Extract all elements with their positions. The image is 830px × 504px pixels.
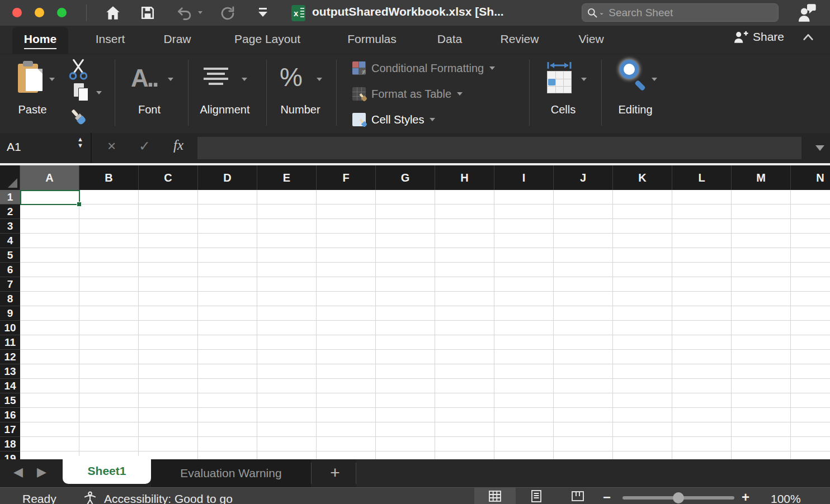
name-box-spinner[interactable]: ▲ ▼ [77,136,83,149]
row-header-5[interactable]: 5 [0,248,20,263]
redo-icon[interactable] [220,6,235,21]
editing-label[interactable]: Editing [607,103,663,116]
zoom-slider[interactable] [622,496,734,500]
column-header-E[interactable]: E [257,165,317,190]
cells-dropdown-caret-icon[interactable] [581,78,587,81]
copy-icon[interactable] [74,83,93,103]
paste-dropdown-caret-icon[interactable] [49,78,55,81]
close-window-button[interactable] [12,8,22,17]
column-header-L[interactable]: L [672,165,732,190]
row-header-2[interactable]: 2 [0,205,20,219]
cancel-icon[interactable]: × [107,137,116,155]
cell-area[interactable] [20,190,830,459]
insert-function-icon[interactable]: fx [173,137,183,153]
share-button[interactable]: Share [734,30,814,44]
paste-label[interactable]: Paste [11,103,54,116]
tab-data[interactable]: Data [427,32,472,46]
enter-icon[interactable]: ✓ [139,138,150,154]
column-header-M[interactable]: M [732,165,791,190]
column-header-B[interactable]: B [79,165,139,190]
zoom-out-button[interactable]: − [603,489,611,504]
tab-page-layout[interactable]: Page Layout [228,32,306,46]
alignment-label[interactable]: Alignment [194,103,256,116]
collapse-ribbon-icon[interactable] [802,32,814,41]
row-header-15[interactable]: 15 [0,393,20,408]
column-header-J[interactable]: J [554,165,613,190]
prev-sheet-icon[interactable]: ◀ [13,465,23,479]
row-header-14[interactable]: 14 [0,379,20,393]
alignment-icon[interactable] [204,68,228,88]
column-header-F[interactable]: F [317,165,376,190]
zoom-in-button[interactable]: + [742,489,749,504]
minimize-window-button[interactable] [35,8,44,17]
row-header-19[interactable]: 19 [0,451,20,459]
row-header-6[interactable]: 6 [0,263,20,277]
row-header-16[interactable]: 16 [0,408,20,422]
save-icon[interactable] [140,6,155,20]
column-header-D[interactable]: D [198,165,257,190]
row-header-9[interactable]: 9 [0,306,20,321]
cut-scissors-icon[interactable] [68,59,88,80]
cell-styles-button[interactable]: Cell Styles [352,111,435,128]
column-header-I[interactable]: I [494,165,554,190]
row-header-10[interactable]: 10 [0,321,20,335]
row-header-13[interactable]: 13 [0,364,20,379]
row-header-12[interactable]: 12 [0,350,20,364]
row-header-18[interactable]: 18 [0,437,20,451]
fill-handle[interactable] [77,202,82,207]
normal-view-button[interactable] [474,488,516,504]
name-box[interactable]: A1 [7,140,21,154]
editing-dropdown-caret-icon[interactable] [652,78,657,81]
tab-draw[interactable]: Draw [157,32,198,46]
number-dropdown-caret-icon[interactable] [317,78,322,81]
cells-icon[interactable] [544,61,575,96]
row-header-4[interactable]: 4 [0,234,20,248]
home-icon[interactable] [105,6,121,20]
paste-clipboard-icon[interactable] [18,61,45,94]
font-dropdown-caret-icon[interactable] [168,78,173,81]
search-input[interactable] [607,6,774,20]
column-header-G[interactable]: G [376,165,435,190]
search-scope-caret-icon[interactable]: ⌄ [599,9,604,16]
row-header-8[interactable]: 8 [0,292,20,306]
cells-label[interactable]: Cells [538,103,588,116]
select-all-corner[interactable] [0,165,20,190]
number-label[interactable]: Number [274,103,327,116]
page-layout-view-button[interactable] [516,488,557,504]
row-header-3[interactable]: 3 [0,219,20,234]
zoom-level[interactable]: 100% [771,492,801,504]
tab-view[interactable]: View [569,32,613,46]
number-icon[interactable]: % [280,62,303,92]
copy-dropdown-caret-icon[interactable] [96,91,102,94]
conditional-formatting-button[interactable]: ≠ Conditional Formatting [352,60,495,77]
row-header-1[interactable]: 1 [0,190,20,205]
search-field[interactable]: ⌄ [582,3,779,22]
column-header-C[interactable]: C [139,165,198,190]
sheet-tab-sheet1[interactable]: Sheet1 [63,456,151,484]
accessibility-person-icon[interactable] [83,491,97,504]
column-header-K[interactable]: K [613,165,672,190]
next-sheet-icon[interactable]: ▶ [37,465,46,479]
format-painter-icon[interactable] [66,104,91,130]
tab-insert[interactable]: Insert [89,32,131,46]
spinner-down-icon[interactable]: ▼ [77,142,83,149]
column-header-N[interactable]: N [791,165,830,190]
formula-input[interactable] [197,137,801,159]
tab-review[interactable]: Review [494,32,545,46]
column-header-H[interactable]: H [435,165,494,190]
add-sheet-button[interactable]: + [327,462,343,484]
expand-formula-bar-icon[interactable] [815,145,824,151]
row-header-7[interactable]: 7 [0,277,20,292]
people-icon[interactable] [798,3,817,22]
tab-home[interactable]: Home [12,27,68,54]
format-as-table-button[interactable]: Format as Table [352,85,463,102]
font-label[interactable]: Font [128,103,171,116]
tab-formulas[interactable]: Formulas [336,32,408,46]
selected-cell-A1[interactable] [20,190,80,205]
alignment-dropdown-caret-icon[interactable] [242,78,247,81]
editing-search-icon[interactable] [616,59,651,96]
row-header-11[interactable]: 11 [0,335,20,350]
page-break-view-button[interactable] [557,488,598,504]
sheet-tab-evaluation-warning[interactable]: Evaluation Warning [151,459,311,487]
toolbar-options-icon[interactable] [256,7,270,19]
